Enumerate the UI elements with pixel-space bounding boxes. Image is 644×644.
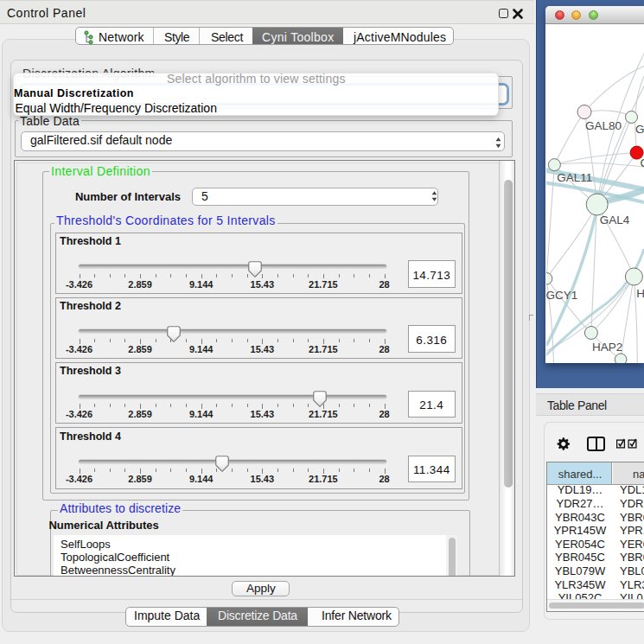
svg-text:GAL80: GAL80 xyxy=(585,119,622,132)
svg-text:GAL11: GAL11 xyxy=(557,171,592,184)
svg-text:GCY1: GCY1 xyxy=(546,289,577,302)
svg-text:GA: GA xyxy=(635,123,644,136)
svg-text:GAL4: GAL4 xyxy=(600,214,630,226)
svg-text:HAP2: HAP2 xyxy=(592,341,622,354)
svg-text:G: G xyxy=(641,156,644,169)
svg-text:H: H xyxy=(636,287,644,300)
